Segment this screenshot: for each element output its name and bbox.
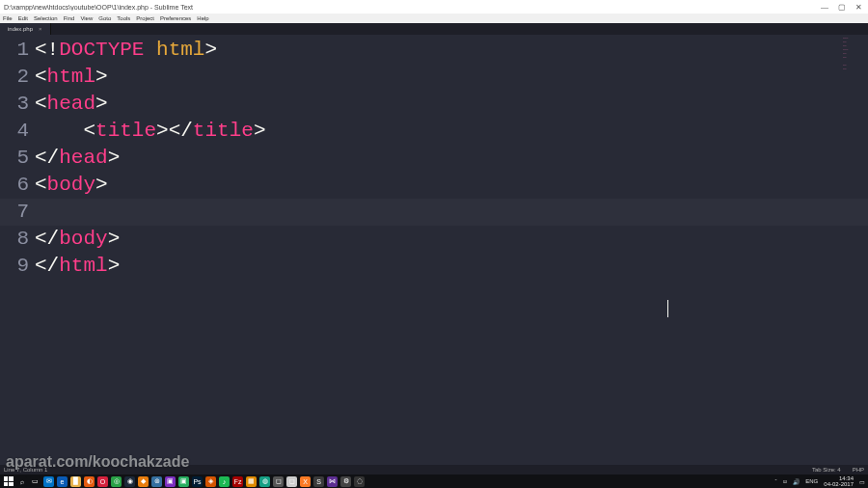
taskbar-icon-xampp[interactable]: X [300, 476, 311, 487]
line-number: 4 [0, 118, 29, 145]
taskbar-icon-app-orange[interactable]: ◈ [205, 476, 216, 487]
line-number: 9 [0, 253, 29, 280]
code-line-7 [35, 199, 868, 226]
taskbar-icon-mail[interactable]: ✉ [43, 476, 54, 487]
code-line-6: <body> [35, 172, 868, 199]
taskbar-icon-search[interactable]: ⌕ [16, 476, 27, 487]
menu-goto[interactable]: Goto [98, 15, 111, 21]
taskbar-icon-python[interactable]: ⊚ [151, 476, 162, 487]
taskbar-icon-spotify[interactable]: ♪ [219, 476, 230, 487]
watermark-text: aparat.com/koochakzade [6, 453, 189, 471]
tab-label: index.php [8, 26, 33, 32]
taskbar-icon-photoshop[interactable]: Ps [192, 476, 203, 487]
taskbar-icon-vs[interactable]: ⋈ [327, 476, 338, 487]
tray-notifications-icon[interactable]: ▭ [859, 478, 865, 485]
menu-bar: File Edit Selection Find View Goto Tools… [0, 14, 868, 23]
tab-index-php[interactable]: index.php × [0, 23, 51, 35]
tab-bar: index.php × [0, 23, 868, 35]
window-title: D:\xampp\new\htdocs\youtube\OOP\1\index.… [2, 4, 193, 11]
menu-file[interactable]: File [3, 15, 13, 21]
taskbar-icon-blender[interactable]: ◆ [138, 476, 149, 487]
menu-project[interactable]: Project [136, 15, 154, 21]
status-tab-size[interactable]: Tab Size: 4 [812, 467, 841, 473]
menu-tools[interactable]: Tools [117, 15, 130, 21]
taskbar-icon-app-last[interactable]: ◌ [354, 476, 365, 487]
start-button[interactable] [3, 476, 14, 487]
taskbar-icon-opera[interactable]: O [97, 476, 108, 487]
menu-help[interactable]: Help [197, 15, 208, 21]
taskbar-icon-edge[interactable]: e [57, 476, 68, 487]
line-number: 1 [0, 37, 29, 64]
line-number: 7 [0, 199, 29, 226]
taskbar-icon-taskview[interactable]: ▭ [30, 476, 41, 487]
system-tray[interactable]: ˄ ⧈ 🔊 ENG 14:34 04-02-2017 ▭ [774, 475, 865, 487]
menu-edit[interactable]: Edit [18, 15, 28, 21]
window-controls: — ▢ ✕ [821, 3, 866, 12]
taskbar-icon-app-purple[interactable]: ▣ [165, 476, 176, 487]
line-number: 8 [0, 226, 29, 253]
window-close-button[interactable]: ✕ [855, 3, 862, 12]
line-number: 3 [0, 91, 29, 118]
menu-selection[interactable]: Selection [34, 15, 58, 21]
taskbar-icon-firefox[interactable]: ◐ [84, 476, 95, 487]
line-number: 5 [0, 145, 29, 172]
tray-up-icon[interactable]: ˄ [774, 478, 777, 485]
code-line-1: <!DOCTYPE html> [35, 37, 868, 64]
windows-taskbar: ⌕▭✉e▉◐O◎◉◆⊚▣▣Ps◈♪Fz▦◍◻◻XS⋈⚙◌ ˄ ⧈ 🔊 ENG 1… [0, 474, 868, 488]
window-maximize-button[interactable]: ▢ [838, 3, 846, 12]
code-editor[interactable]: 1 2 3 4 5 6 7 8 9 <!DOCTYPE html> <html>… [0, 35, 868, 465]
taskbar-icon-chrome[interactable]: ◎ [111, 476, 122, 487]
tray-clock[interactable]: 14:34 04-02-2017 [824, 475, 854, 487]
tray-network-icon[interactable]: ⧈ [783, 478, 787, 485]
taskbar-icon-explorer[interactable]: ▉ [70, 476, 81, 487]
menu-preferences[interactable]: Preferences [160, 15, 191, 21]
minimap[interactable]: ▬▬▬▬▬▬▬▬▬▬▬▬▬▬▬▬▬▬ [843, 37, 866, 95]
taskbar-icon-filezilla[interactable]: Fz [232, 476, 243, 487]
windows-logo-icon [4, 476, 14, 486]
menu-find[interactable]: Find [64, 15, 75, 21]
line-number: 2 [0, 64, 29, 91]
code-line-8: </body> [35, 226, 868, 253]
taskbar-icon-app-green[interactable]: ▣ [178, 476, 189, 487]
taskbar-icon-app-grey[interactable]: ◻ [273, 476, 284, 487]
window-titlebar: D:\xampp\new\htdocs\youtube\OOP\1\index.… [0, 0, 868, 14]
taskbar-icon-app-white[interactable]: ◻ [286, 476, 297, 487]
taskbar-icon-app-teal[interactable]: ◍ [259, 476, 270, 487]
tab-close-icon[interactable]: × [39, 26, 42, 32]
line-number: 6 [0, 172, 29, 199]
tray-volume-icon[interactable]: 🔊 [793, 478, 800, 485]
code-area[interactable]: <!DOCTYPE html> <html> <head> <title></t… [35, 35, 868, 465]
taskbar-left: ⌕▭✉e▉◐O◎◉◆⊚▣▣Ps◈♪Fz▦◍◻◻XS⋈⚙◌ [3, 476, 365, 487]
text-caret [667, 300, 668, 317]
taskbar-icon-steam[interactable]: ◉ [124, 476, 135, 487]
code-line-4: <title></title> [35, 118, 868, 145]
code-line-5: </head> [35, 145, 868, 172]
code-line-9: </html> [35, 253, 868, 280]
status-syntax[interactable]: PHP [853, 467, 864, 473]
tray-language[interactable]: ENG [805, 478, 818, 484]
line-number-gutter: 1 2 3 4 5 6 7 8 9 [0, 35, 35, 465]
code-line-2: <html> [35, 64, 868, 91]
taskbar-icon-sublime[interactable]: S [313, 476, 324, 487]
code-line-3: <head> [35, 91, 868, 118]
taskbar-icon-app-gear[interactable]: ⚙ [340, 476, 351, 487]
taskbar-icon-mysql[interactable]: ▦ [246, 476, 257, 487]
menu-view[interactable]: View [80, 15, 93, 21]
window-minimize-button[interactable]: — [821, 3, 828, 12]
